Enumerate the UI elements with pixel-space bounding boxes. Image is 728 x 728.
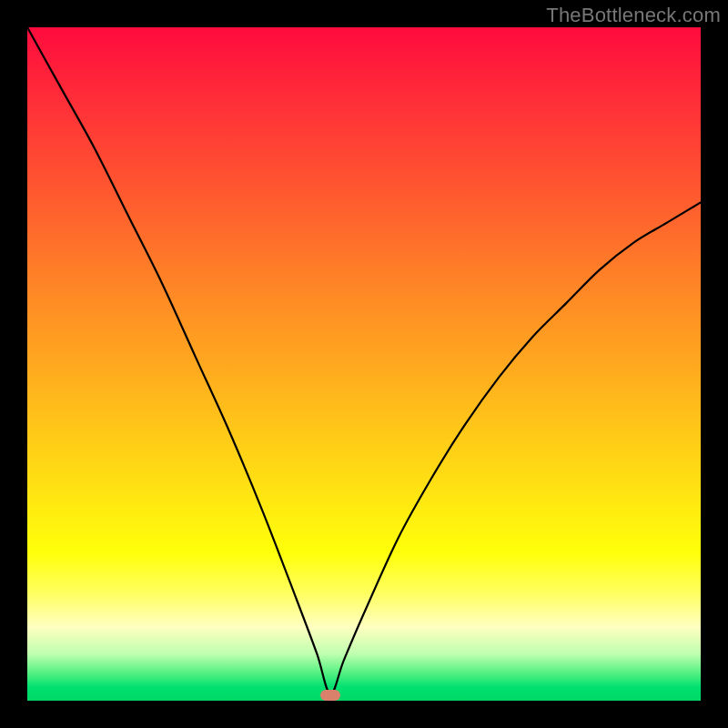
watermark-text: TheBottleneck.com [546,4,721,27]
optimal-marker [320,690,340,701]
chart-frame: TheBottleneck.com [0,0,728,728]
bottleneck-curve [27,27,701,701]
